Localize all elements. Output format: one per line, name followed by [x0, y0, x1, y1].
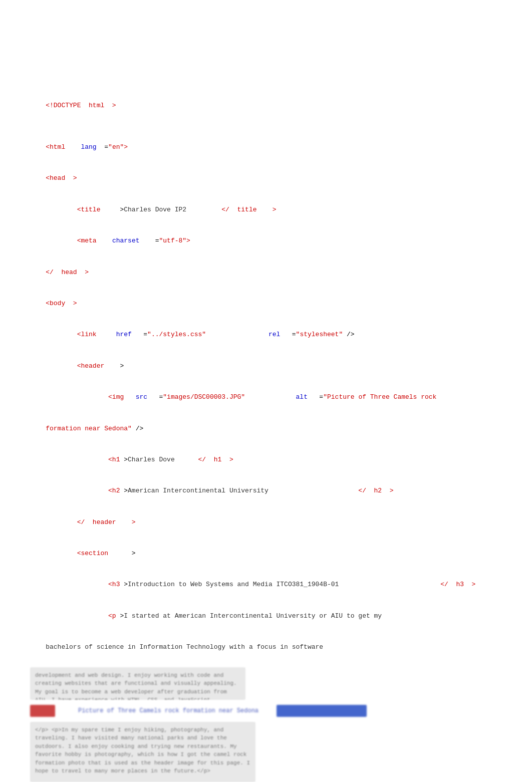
- link-href-attr: href: [116, 331, 132, 338]
- blurred-section-1: development and web design. I enjoy work…: [30, 667, 245, 700]
- h3-line: <h3 >Introduction to Web Systems and Med…: [30, 570, 502, 601]
- h1-indent: [46, 456, 108, 463]
- h3-open-tag: <h3: [108, 581, 120, 588]
- head-close-tag: </ head >: [46, 269, 89, 276]
- img-eq1: =: [147, 393, 163, 401]
- img-indent: [46, 393, 108, 401]
- h3-text: Introduction to Web Systems and Media IT…: [128, 581, 440, 588]
- img-space1: [124, 393, 135, 401]
- h1-open-tag: <h1: [108, 456, 120, 463]
- img-space2: [245, 393, 296, 401]
- meta-charset-val: "utf-8": [159, 237, 187, 244]
- link-self: />: [343, 331, 354, 338]
- header-open-line: <header >: [30, 351, 502, 382]
- img-src-val: "images/DSC00003.JPG": [163, 393, 245, 401]
- meta-space: [97, 237, 112, 244]
- meta-tag: <meta: [77, 237, 97, 244]
- link-line: <link href ="../styles.css" rel ="styles…: [30, 320, 502, 351]
- title-open: <title: [77, 206, 101, 213]
- header-space: >: [104, 362, 124, 370]
- blurred-link-text: Picture of Three Camels rock formation n…: [78, 707, 258, 714]
- img-alt-cont: formation near Sedona": [46, 425, 132, 432]
- header-close-line: </ header >: [30, 507, 502, 538]
- section-open-line: <section >: [30, 538, 502, 569]
- h3-gt: >: [120, 581, 128, 588]
- h1-text: Charles Dove: [128, 456, 198, 463]
- title-indent: [46, 206, 77, 213]
- h3-close-tag: </ h3 >: [440, 581, 475, 588]
- p-gt: >: [116, 612, 124, 620]
- blurred-red-img: [30, 705, 55, 717]
- link-indent: [46, 331, 77, 338]
- img-alt-attr: alt: [296, 393, 308, 401]
- img-eq2: =: [308, 393, 323, 401]
- link-rel-val: "stylesheet": [296, 331, 343, 338]
- blurred-section-2: </p> <p>In my spare time I enjoy hiking,…: [30, 722, 255, 782]
- link-tag: <link: [77, 331, 97, 338]
- p-line: <p >I started at American Intercontinent…: [30, 601, 502, 632]
- link-rel-attr: rel: [269, 331, 280, 338]
- eq1: =: [97, 143, 108, 151]
- h1-line: <h1 >Charles Dove </ h1 >: [30, 444, 502, 475]
- code-viewer: <!DOCTYPE html > <html lang ="en"> <head…: [0, 0, 532, 782]
- title-space: >: [100, 206, 124, 213]
- img-line: <img src ="images/DSC00003.JPG" alt ="Pi…: [30, 382, 502, 413]
- html-open-line: <html lang ="en">: [30, 132, 502, 163]
- img-self-close: />: [132, 425, 143, 432]
- header-indent: [46, 362, 77, 370]
- html-lang-attr: lang: [81, 143, 96, 151]
- link-space1: [97, 331, 116, 338]
- meta-eq: =: [139, 237, 159, 244]
- h1-close-tag: </ h1 >: [198, 456, 233, 463]
- blank-line-1: [30, 121, 502, 132]
- head-open-line: <head >: [30, 163, 502, 194]
- p-open-tag: <p: [108, 612, 116, 620]
- h2-indent: [46, 487, 108, 494]
- html-tag: <html: [46, 143, 65, 151]
- meta-charset-attr: charset: [112, 237, 140, 244]
- link-eq1: =: [132, 331, 147, 338]
- h2-text: American Intercontinental University: [128, 487, 358, 494]
- h2-line: <h2 >American Intercontinental Universit…: [30, 475, 502, 506]
- img-line2: formation near Sedona" />: [30, 413, 502, 444]
- section-open-tag: <section: [77, 550, 108, 557]
- section-indent: [46, 550, 77, 557]
- body-open-tag: <body >: [46, 300, 77, 307]
- img-alt-val: "Picture of Three Camels rock: [323, 393, 436, 401]
- title-line: <title >Charles Dove IP2 </ title >: [30, 194, 502, 225]
- h2-open-tag: <h2: [108, 487, 120, 494]
- p-text: I started at American Intercontinental U…: [124, 612, 382, 620]
- title-close: </ title >: [221, 206, 276, 213]
- meta-line: <meta charset ="utf-8">: [30, 225, 502, 256]
- link-eq2: =: [280, 331, 296, 338]
- p-cont-line: bachelors of science in Information Tech…: [30, 632, 502, 663]
- html-lang-space: [65, 143, 81, 151]
- body-open-line: <body >: [30, 288, 502, 319]
- p-text-cont: bachelors of science in Information Tech…: [46, 643, 323, 651]
- header-open-tag: <header: [77, 362, 105, 370]
- doctype-tag: <!DOCTYPE html >: [46, 102, 116, 109]
- blurred-blue-img: [277, 705, 367, 717]
- link-href-val: "../styles.css": [147, 331, 206, 338]
- head-tag: <head >: [46, 174, 77, 182]
- html-lang-val: "en": [108, 143, 124, 151]
- p-indent: [46, 612, 108, 620]
- title-text: Charles Dove IP2: [124, 206, 221, 213]
- h2-close-tag: </ h2 >: [358, 487, 393, 494]
- meta-indent: [46, 237, 77, 244]
- img-tag: <img: [108, 393, 124, 401]
- h3-indent: [46, 581, 108, 588]
- section-space: >: [108, 550, 136, 557]
- header-close-indent: [46, 518, 77, 526]
- link-space2: [206, 331, 269, 338]
- meta-close: >: [186, 237, 190, 244]
- head-close-line: </ head >: [30, 257, 502, 288]
- html-gt: >: [124, 143, 128, 151]
- header-close-tag: </ header >: [77, 518, 136, 526]
- doctype-line: <!DOCTYPE html >: [30, 90, 502, 121]
- img-src-attr: src: [136, 393, 147, 401]
- h1-gt: >: [120, 456, 128, 463]
- blurred-link-row: Picture of Three Camels rock formation n…: [30, 705, 502, 717]
- h2-gt: >: [120, 487, 128, 494]
